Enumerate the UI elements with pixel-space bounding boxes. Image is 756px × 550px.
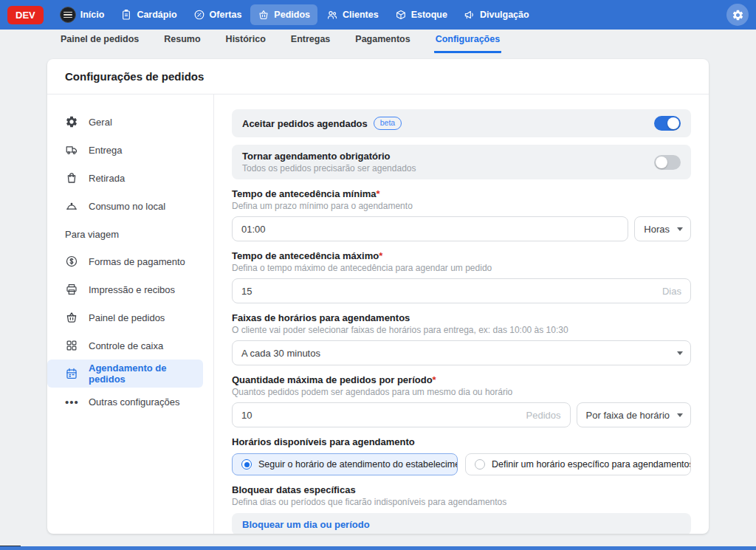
radio-option-specific-hours[interactable]: Definir um horário específico para agend… <box>465 453 691 475</box>
nav-item-inicio[interactable]: Início <box>52 2 112 27</box>
button-label: Bloquear um dia ou período <box>242 519 370 530</box>
sidebar-item-painel-de-pedidos[interactable]: Painel de pedidos <box>47 303 203 331</box>
radio-option-follow-store-hours[interactable]: Seguir o horário de atendimento do estab… <box>232 453 458 475</box>
percent-badge-icon <box>193 9 205 21</box>
nav-item-cardapio[interactable]: Cardápio <box>113 4 184 25</box>
min-lead-time-input-wrapper <box>232 216 628 241</box>
dev-badge[interactable]: DEV <box>7 6 44 24</box>
radio-unselected-icon <box>475 459 485 470</box>
accept-scheduled-orders-label: Aceitar pedidos agendados beta <box>242 117 402 130</box>
radio-selected-icon <box>241 459 252 470</box>
calendar-icon <box>65 367 78 380</box>
block-day-or-period-button[interactable]: Bloquear um dia ou período <box>232 513 691 534</box>
max-orders-suffix: Pedidos <box>526 410 561 421</box>
nav-item-label: Ofertas <box>210 10 242 20</box>
time-slots-select[interactable]: A cada 30 minutos <box>232 340 691 365</box>
nav-item-label: Cardápio <box>137 10 176 20</box>
nav-item-label: Clientes <box>343 10 379 20</box>
nav-item-ofertas[interactable]: Ofertas <box>186 4 250 25</box>
sidebar-item-retirada[interactable]: Retirada <box>47 164 203 192</box>
sidebar-item-outras-configuracoes[interactable]: ••• Outras configurações <box>47 388 203 416</box>
require-scheduling-toggle[interactable] <box>654 155 681 170</box>
tab-resumo[interactable]: Resumo <box>162 28 202 53</box>
nav-item-label: Estoque <box>411 10 447 20</box>
truck-icon <box>65 143 78 157</box>
field-label-text: Tempo de antecedência mínima <box>232 188 377 199</box>
select-value: A cada 30 minutos <box>241 348 320 359</box>
tab-entregas[interactable]: Entregas <box>289 28 332 53</box>
sidebar-item-impressao-e-recibos[interactable]: Impressão e recibos <box>47 275 203 303</box>
nav-item-clientes[interactable]: Clientes <box>319 4 386 25</box>
tab-pagamentos[interactable]: Pagamentos <box>354 28 411 53</box>
gear-icon <box>65 115 78 128</box>
available-hours-label: Horários disponíveis para agendamento <box>232 436 691 447</box>
dining-icon <box>65 199 78 213</box>
sidebar-item-label: Impressão e recibos <box>89 284 175 295</box>
nav-item-pedidos[interactable]: Pedidos <box>250 4 317 25</box>
bag-icon <box>65 171 78 185</box>
max-orders-label: Quantidade máxima de pedidos por período… <box>232 374 691 385</box>
accept-scheduled-orders-toggle[interactable] <box>654 116 681 131</box>
max-lead-time-unit-suffix: Dias <box>662 286 681 297</box>
box-icon <box>395 9 407 21</box>
sidebar-item-label: Painel de pedidos <box>89 312 165 323</box>
top-navigation-bar: DEV Início Cardápio Ofertas Pedidos Clie… <box>0 0 756 30</box>
max-orders-input[interactable] <box>241 410 520 421</box>
sidebar-item-entrega[interactable]: Entrega <box>47 136 203 164</box>
field-label-text: Quantidade máxima de pedidos por período <box>232 374 433 385</box>
card-header: Configurações de pedidos <box>47 59 709 94</box>
sidebar-item-consumo-no-local[interactable]: Consumo no local <box>47 192 203 220</box>
megaphone-icon <box>464 9 475 21</box>
min-lead-time-label: Tempo de antecedência mínima* <box>232 188 691 199</box>
settings-content: Aceitar pedidos agendados beta Tornar ag… <box>214 94 709 534</box>
people-icon <box>326 9 338 21</box>
tab-historico[interactable]: Histórico <box>224 28 267 53</box>
row-label-text: Aceitar pedidos agendados <box>242 118 368 129</box>
orders-tab-bar: Painel de pedidos Resumo Histórico Entre… <box>0 30 756 53</box>
sidebar-item-label: Consumo no local <box>89 201 165 212</box>
grid-icon <box>65 339 78 352</box>
sidebar-item-label: Geral <box>89 117 112 128</box>
accept-scheduled-orders-row: Aceitar pedidos agendados beta <box>232 109 691 137</box>
sidebar-item-formas-de-pagamento[interactable]: Formas de pagamento <box>47 247 203 275</box>
max-orders-description: Quantos pedidos podem ser agendados para… <box>232 387 691 397</box>
sidebar-item-controle-de-caixa[interactable]: Controle de caixa <box>47 331 203 360</box>
settings-button[interactable] <box>726 4 749 26</box>
clipboard-icon <box>120 9 132 21</box>
sidebar-item-geral[interactable]: Geral <box>47 108 203 136</box>
chevron-down-icon <box>677 351 683 355</box>
time-slots-label: Faixas de horários para agendamentos <box>232 312 691 323</box>
sidebar-item-agendamento-de-pedidos[interactable]: Agendamento de pedidos <box>47 360 203 388</box>
nav-item-divulgacao[interactable]: Divulgação <box>456 4 537 25</box>
radio-option-label: Definir um horário específico para agend… <box>492 459 691 470</box>
printer-icon <box>65 283 78 296</box>
tab-painel-de-pedidos[interactable]: Painel de pedidos <box>59 28 140 53</box>
block-dates-description: Defina dias ou períodos que ficarão indi… <box>232 497 691 507</box>
time-slots-group: Faixas de horários para agendamentos O c… <box>232 312 691 365</box>
dollar-icon <box>65 255 78 268</box>
min-lead-time-input[interactable] <box>241 224 619 235</box>
min-lead-time-unit-select[interactable]: Horas <box>634 216 691 241</box>
sidebar-item-label: Entrega <box>89 145 123 156</box>
sidebar-item-label: Agendamento de pedidos <box>89 362 203 385</box>
tab-configuracoes[interactable]: Configurações <box>434 28 502 53</box>
brand-logo-icon <box>60 7 76 23</box>
select-value: Horas <box>644 224 670 235</box>
ellipsis-icon: ••• <box>65 396 78 408</box>
max-orders-period-select[interactable]: Por faixa de horário <box>577 402 691 427</box>
min-lead-time-description: Defina um prazo mínimo para o agendament… <box>232 201 691 211</box>
block-dates-label: Bloquear datas específicas <box>232 484 691 495</box>
required-asterisk: * <box>379 250 382 261</box>
chevron-down-icon <box>677 227 683 231</box>
chevron-down-icon <box>677 413 683 417</box>
gear-icon <box>732 9 744 21</box>
max-lead-time-label: Tempo de antecedência máximo* <box>232 250 691 261</box>
beta-badge: beta <box>374 117 402 130</box>
order-settings-card: Configurações de pedidos Geral Entrega R… <box>47 59 709 534</box>
toggle-knob <box>656 157 667 168</box>
nav-item-estoque[interactable]: Estoque <box>388 4 455 25</box>
max-lead-time-input[interactable] <box>241 286 656 297</box>
page-title: Configurações de pedidos <box>65 70 204 83</box>
max-lead-time-input-wrapper: Dias <box>232 278 691 303</box>
available-hours-group: Horários disponíveis para agendamento Se… <box>232 436 691 475</box>
